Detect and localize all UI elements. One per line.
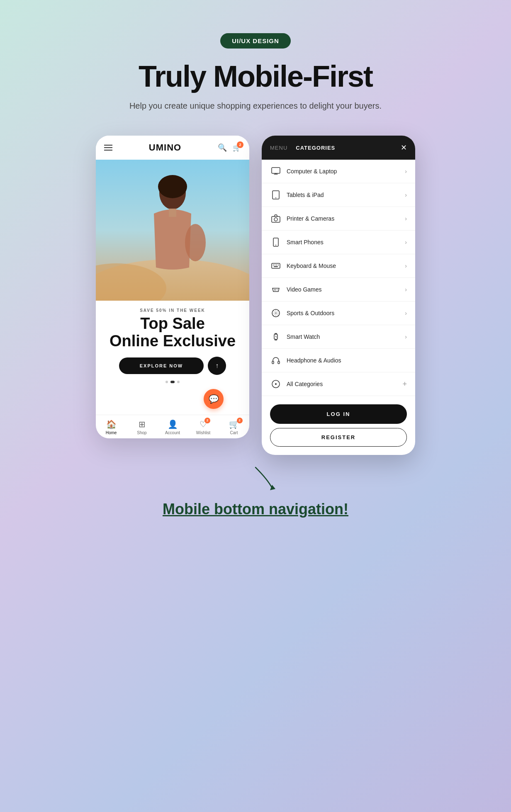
menu-header: MENU CATEGORIES ✕: [262, 136, 415, 160]
header-icons: 🔍 🛒 2: [218, 143, 241, 152]
category-left-keyboard: Keyboard & Mouse: [270, 260, 336, 272]
category-item-headphones[interactable]: Headphone & Audios: [262, 349, 415, 372]
explore-button[interactable]: EXPLORE NOW: [119, 357, 204, 374]
category-name-tablets: Tablets & iPad: [287, 192, 324, 198]
search-icon[interactable]: 🔍: [218, 143, 227, 152]
category-item-printer[interactable]: Printer & Cameras ›: [262, 207, 415, 231]
explore-row: EXPLORE NOW ↑: [104, 357, 241, 375]
phone-header: UMINO 🔍 🛒 2: [96, 136, 249, 160]
category-item-smartwatch[interactable]: Smart Watch ›: [262, 325, 415, 349]
cart-count-badge: 2: [237, 141, 243, 148]
nav-home[interactable]: 🏠 Home: [96, 419, 127, 435]
svg-rect-14: [272, 263, 280, 268]
phones-container: UMINO 🔍 🛒 2: [96, 136, 415, 455]
watch-icon: [270, 331, 282, 343]
category-item-smartphones[interactable]: Smart Phones ›: [262, 231, 415, 254]
dot-2: [170, 381, 175, 383]
cart-nav-wrapper: 🛒 2: [229, 419, 239, 429]
wishlist-badge: 2: [204, 418, 210, 423]
cart-nav-badge: 2: [237, 418, 243, 423]
nav-account[interactable]: 👤 Account: [157, 419, 188, 435]
category-left-videogames: Video Games: [270, 284, 322, 295]
svg-rect-19: [274, 266, 278, 267]
computer-icon: [270, 165, 282, 177]
sports-icon: [270, 307, 282, 319]
category-item-tablets[interactable]: Tablets & iPad ›: [262, 183, 415, 207]
chevron-right-icon: ›: [405, 168, 407, 175]
svg-point-9: [275, 197, 276, 198]
account-icon: 👤: [168, 419, 178, 429]
category-name-keyboard: Keyboard & Mouse: [287, 263, 336, 269]
wishlist-wrapper: ♡ 2: [200, 419, 207, 429]
ui-ux-badge: UI/UX DESIGN: [220, 33, 291, 49]
bottom-navigation: 🏠 Home ⊞ Shop 👤 Account ♡ 2 Wishlist: [96, 415, 249, 438]
phone-frame-shop: UMINO 🔍 🛒 2: [96, 136, 249, 438]
nav-account-label: Account: [165, 430, 180, 435]
category-item-videogames[interactable]: Video Games ›: [262, 278, 415, 301]
hero-image: [96, 160, 249, 301]
chat-button[interactable]: 💬: [204, 389, 224, 409]
all-categories-icon: [270, 378, 282, 390]
category-left-tablets: Tablets & iPad: [270, 189, 324, 201]
gamepad-icon: [270, 284, 282, 295]
category-left-smartphones: Smart Phones: [270, 236, 324, 248]
menu-tab-categories[interactable]: CATEGORIES: [296, 145, 335, 151]
category-name-computer: Computer & Laptop: [287, 168, 337, 175]
svg-rect-17: [276, 265, 277, 265]
register-button[interactable]: REGISTER: [270, 428, 407, 447]
category-name-headphones: Headphone & Audios: [287, 357, 341, 364]
home-icon: 🏠: [106, 419, 117, 429]
svg-point-4: [158, 175, 187, 198]
nav-cart[interactable]: 🛒 2 Cart: [219, 419, 249, 435]
phone-shop: UMINO 🔍 🛒 2: [96, 136, 249, 438]
chevron-right-icon: ›: [405, 192, 407, 198]
svg-rect-16: [275, 265, 275, 265]
keyboard-icon: [270, 260, 282, 272]
nav-cart-label: Cart: [230, 430, 238, 435]
svg-point-13: [275, 245, 276, 246]
category-left-smartwatch: Smart Watch: [270, 331, 320, 343]
headphone-icon: [270, 355, 282, 366]
menu-tab-menu[interactable]: MENU: [270, 145, 287, 151]
plus-icon: +: [402, 380, 407, 389]
svg-rect-7: [272, 168, 280, 173]
shop-icon: ⊞: [139, 419, 146, 429]
page-title: Truly Mobile-First: [139, 60, 372, 93]
category-name-printer: Printer & Cameras: [287, 215, 334, 222]
chevron-right-icon: ›: [405, 239, 407, 246]
cart-button[interactable]: 🛒 2: [233, 144, 241, 152]
category-item-all[interactable]: All Categories +: [262, 372, 415, 396]
category-left-computer: Computer & Laptop: [270, 165, 337, 177]
nav-home-label: Home: [106, 430, 117, 435]
category-left-all: All Categories: [270, 378, 323, 390]
hamburger-icon[interactable]: [104, 145, 112, 151]
menu-tabs: MENU CATEGORIES: [270, 145, 335, 151]
category-name-smartphones: Smart Phones: [287, 239, 324, 246]
scroll-up-button[interactable]: ↑: [208, 357, 226, 375]
nav-shop[interactable]: ⊞ Shop: [127, 419, 157, 435]
svg-point-20: [277, 289, 277, 290]
tablet-icon: [270, 189, 282, 201]
svg-point-26: [275, 383, 277, 385]
category-item-computer[interactable]: Computer & Laptop ›: [262, 160, 415, 183]
page-subtitle: Help you create unique shopping experien…: [129, 101, 382, 111]
hero-content: SAVE 50% IN THE WEEK Top Sale Online Exc…: [96, 301, 249, 415]
nav-wishlist[interactable]: ♡ 2 Wishlist: [188, 419, 219, 435]
category-item-keyboard[interactable]: Keyboard & Mouse ›: [262, 254, 415, 278]
annotation-label: Mobile bottom navigation!: [163, 501, 348, 518]
phone-frame-menu: MENU CATEGORIES ✕ Computer & Laptop ›: [262, 136, 415, 455]
login-button[interactable]: LOG IN: [270, 404, 407, 424]
category-name-all: All Categories: [287, 381, 323, 387]
category-item-sports[interactable]: Sports & Outdoors ›: [262, 301, 415, 325]
category-list: Computer & Laptop › Tablets & iPad ›: [262, 160, 415, 396]
arrow-svg: [214, 463, 297, 496]
svg-rect-10: [272, 216, 280, 222]
category-name-videogames: Video Games: [287, 286, 322, 293]
brand-logo: UMINO: [149, 142, 181, 153]
dot-3: [177, 381, 180, 383]
chevron-right-icon: ›: [405, 263, 407, 269]
menu-footer: LOG IN REGISTER: [262, 396, 415, 455]
menu-close-button[interactable]: ✕: [401, 143, 407, 152]
phone-menu: MENU CATEGORIES ✕ Computer & Laptop ›: [262, 136, 415, 455]
svg-rect-15: [273, 265, 274, 265]
